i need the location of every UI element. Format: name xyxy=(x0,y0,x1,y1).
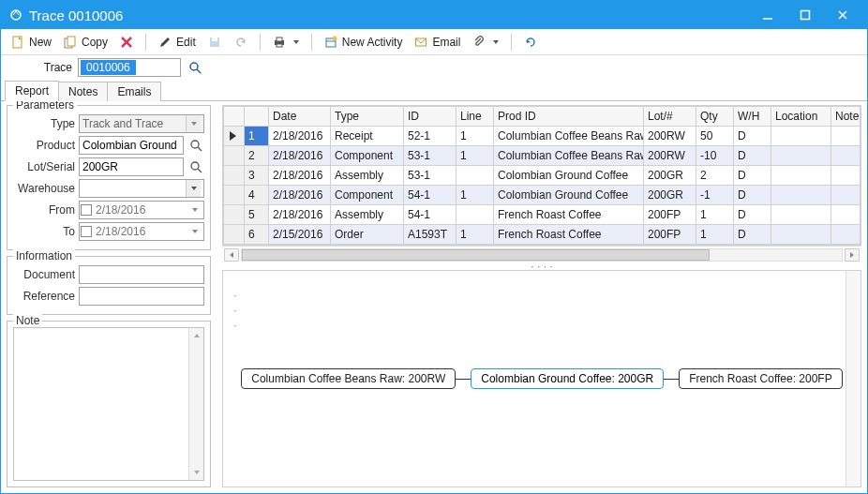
table-cell[interactable] xyxy=(224,146,245,166)
table-cell[interactable] xyxy=(831,186,861,205)
new-button[interactable]: New xyxy=(7,32,55,52)
flow-scrollbar[interactable] xyxy=(846,271,861,487)
save-button[interactable] xyxy=(203,32,226,52)
table-cell[interactable]: Component xyxy=(331,186,404,205)
from-date-input[interactable]: 2/18/2016 xyxy=(79,201,204,219)
grid-col-location[interactable]: Location xyxy=(771,107,831,127)
table-cell[interactable]: Receipt xyxy=(331,127,404,146)
table-cell[interactable]: Colombian Ground Coffee xyxy=(494,186,644,205)
note-textarea[interactable] xyxy=(13,327,204,481)
table-cell[interactable]: 3 xyxy=(245,166,269,186)
table-cell[interactable] xyxy=(224,186,245,205)
table-cell[interactable]: 2/15/2016 xyxy=(269,225,331,245)
table-cell[interactable]: Columbian Coffee Beans Raw xyxy=(494,127,644,146)
table-cell[interactable]: 2/18/2016 xyxy=(269,146,331,166)
table-cell[interactable]: 1 xyxy=(696,205,734,225)
table-cell[interactable] xyxy=(831,205,861,225)
trace-lookup-button[interactable] xyxy=(187,59,203,76)
table-cell[interactable]: D xyxy=(734,186,771,205)
trace-input[interactable]: 0010006 xyxy=(78,58,181,77)
table-cell[interactable]: Component xyxy=(331,146,404,166)
scrollbar-track[interactable] xyxy=(241,248,843,262)
tab-notes[interactable]: Notes xyxy=(58,82,108,101)
table-cell[interactable]: 6 xyxy=(245,225,269,245)
table-cell[interactable] xyxy=(831,127,861,146)
table-cell[interactable]: 200FP xyxy=(644,205,696,225)
table-cell[interactable]: 2/18/2016 xyxy=(269,205,331,225)
table-cell[interactable]: 200GR xyxy=(644,166,696,186)
table-cell[interactable]: 53-1 xyxy=(404,146,456,166)
flow-node[interactable]: Columbian Coffee Beans Raw: 200RW xyxy=(241,368,456,389)
table-cell[interactable]: 5 xyxy=(245,205,269,225)
table-cell[interactable] xyxy=(224,225,245,245)
table-cell[interactable]: 2 xyxy=(245,146,269,166)
table-cell[interactable]: 1 xyxy=(696,225,734,245)
delete-button[interactable] xyxy=(115,32,138,52)
note-scrollbar[interactable] xyxy=(188,328,203,480)
grid-col-selector[interactable] xyxy=(224,107,245,127)
table-row[interactable]: 32/18/2016Assembly53-1Colombian Ground C… xyxy=(224,166,861,186)
from-date-checkbox[interactable] xyxy=(81,204,92,216)
horizontal-splitter[interactable]: · · · · xyxy=(222,262,861,270)
table-cell[interactable]: 200RW xyxy=(644,146,696,166)
table-cell[interactable] xyxy=(771,146,831,166)
table-cell[interactable]: 54-1 xyxy=(404,186,456,205)
grid-col-qty[interactable]: Qty xyxy=(696,107,734,127)
table-cell[interactable]: French Roast Coffee xyxy=(494,205,644,225)
table-cell[interactable]: 2/18/2016 xyxy=(269,166,331,186)
table-cell[interactable]: Assembly xyxy=(331,205,404,225)
grid-col-type[interactable]: Type xyxy=(331,107,404,127)
new-activity-button[interactable]: New Activity xyxy=(320,32,407,52)
table-cell[interactable]: 1 xyxy=(456,146,494,166)
table-cell[interactable]: D xyxy=(734,225,771,245)
table-cell[interactable]: 52-1 xyxy=(404,127,456,146)
table-cell[interactable] xyxy=(224,127,245,146)
table-row[interactable]: 12/18/2016Receipt52-11Columbian Coffee B… xyxy=(224,127,861,146)
table-cell[interactable]: French Roast Coffee xyxy=(494,225,644,245)
table-cell[interactable]: -1 xyxy=(696,186,734,205)
scroll-right-icon[interactable] xyxy=(845,248,860,262)
grid-col-lot[interactable]: Lot/# xyxy=(644,107,696,127)
grid-col-prodid[interactable]: Prod ID xyxy=(494,107,644,127)
table-cell[interactable]: A1593T xyxy=(404,225,456,245)
table-row[interactable]: 52/18/2016Assembly54-1French Roast Coffe… xyxy=(224,205,861,225)
table-cell[interactable]: 200GR xyxy=(644,186,696,205)
grid-col-wh[interactable]: W/H xyxy=(734,107,771,127)
window-minimize-button[interactable] xyxy=(749,2,786,28)
reference-input[interactable] xyxy=(79,287,204,306)
table-cell[interactable] xyxy=(771,186,831,205)
product-input[interactable] xyxy=(79,136,184,155)
table-cell[interactable]: Order xyxy=(331,225,404,245)
product-lookup-button[interactable] xyxy=(187,137,204,154)
table-cell[interactable]: -10 xyxy=(696,146,734,166)
table-cell[interactable]: 1 xyxy=(456,225,494,245)
table-row[interactable]: 42/18/2016Component54-11Colombian Ground… xyxy=(224,186,861,205)
grid-col-id[interactable]: ID xyxy=(404,107,456,127)
table-cell[interactable] xyxy=(456,205,494,225)
table-cell[interactable]: 4 xyxy=(245,186,269,205)
table-cell[interactable] xyxy=(771,225,831,245)
tab-emails[interactable]: Emails xyxy=(107,82,161,101)
table-cell[interactable] xyxy=(831,146,861,166)
table-cell[interactable] xyxy=(831,166,861,186)
scroll-down-icon[interactable] xyxy=(189,465,203,480)
scroll-left-icon[interactable] xyxy=(224,248,239,262)
window-maximize-button[interactable] xyxy=(786,2,824,28)
table-cell[interactable] xyxy=(831,225,861,245)
table-cell[interactable] xyxy=(224,205,245,225)
type-combo[interactable]: Track and Trace xyxy=(79,114,204,133)
table-cell[interactable] xyxy=(771,166,831,186)
table-cell[interactable]: 1 xyxy=(456,127,494,146)
to-date-input[interactable]: 2/18/2016 xyxy=(79,222,204,241)
print-button[interactable] xyxy=(268,32,304,52)
table-cell[interactable] xyxy=(224,166,245,186)
table-cell[interactable]: 1 xyxy=(245,127,269,146)
window-close-button[interactable] xyxy=(824,2,861,28)
table-cell[interactable]: Assembly xyxy=(331,166,404,186)
grid-col-rownum[interactable] xyxy=(245,107,269,127)
to-date-checkbox[interactable] xyxy=(81,226,92,237)
lot-serial-lookup-button[interactable] xyxy=(187,158,204,175)
tab-report[interactable]: Report xyxy=(5,81,59,101)
table-cell[interactable]: 53-1 xyxy=(404,166,456,186)
grid-col-line[interactable]: Line xyxy=(456,107,494,127)
